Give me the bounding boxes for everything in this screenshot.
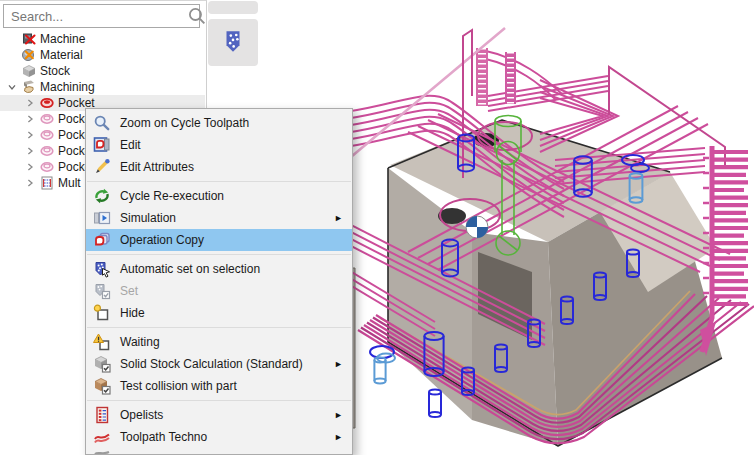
search-box[interactable]: [3, 4, 200, 28]
solid-stock-icon: [89, 355, 115, 373]
pocket-icon: [38, 127, 55, 143]
context-menu: Zoom on Cycle Toolpath Edit Edit Attribu…: [85, 108, 353, 455]
menu-item-set: Set: [86, 280, 352, 302]
chevron-down-icon[interactable]: [4, 81, 20, 93]
set-icon: [89, 282, 115, 300]
menu-item-partial[interactable]: [86, 448, 352, 455]
chevron-right-icon[interactable]: [22, 113, 38, 125]
waiting-icon: [89, 333, 115, 351]
edit-icon: [89, 136, 115, 154]
partial-icon: [89, 450, 115, 455]
menu-item-opelists[interactable]: Opelists ►: [86, 404, 352, 426]
menu-item-automatic-set-on-selection[interactable]: Automatic set on selection: [86, 258, 352, 280]
search-icon: [187, 6, 207, 26]
orientation-ball-icon: [466, 216, 488, 238]
menu-item-hide[interactable]: Hide: [86, 302, 352, 324]
cycle-reexecution-icon: [89, 187, 115, 205]
zoom-icon: [89, 114, 115, 132]
pocket-icon: [38, 159, 55, 175]
submenu-arrow-icon: ►: [334, 214, 343, 223]
chevron-right-icon[interactable]: [22, 177, 38, 189]
menu-item-zoom-on-cycle-toolpath[interactable]: Zoom on Cycle Toolpath: [86, 112, 352, 134]
chevron-right-icon[interactable]: [22, 97, 38, 109]
submenu-arrow-icon: ►: [334, 411, 343, 420]
toolpath-techno-icon: [89, 428, 115, 446]
menu-item-solid-stock-calculation[interactable]: Solid Stock Calculation (Standard) ►: [86, 353, 352, 375]
chevron-right-icon[interactable]: [22, 129, 38, 141]
tree-item-machining[interactable]: Machining: [0, 79, 205, 95]
search-input[interactable]: [4, 9, 187, 24]
tree-item-machine[interactable]: Machine: [0, 31, 205, 47]
material-icon: [20, 47, 37, 63]
menu-item-cycle-reexecution[interactable]: Cycle Re-execution: [86, 185, 352, 207]
menu-item-operation-copy[interactable]: Operation Copy: [86, 229, 352, 251]
machine-icon: [20, 31, 37, 47]
menu-item-toolpath-techno[interactable]: Toolpath Techno ►: [86, 426, 352, 448]
tree-item-material[interactable]: Material: [0, 47, 205, 63]
opelists-icon: [89, 406, 115, 424]
menu-separator: [87, 181, 351, 182]
multi-op-icon: [38, 175, 55, 191]
chevron-right-icon[interactable]: [22, 145, 38, 157]
viewport-3d[interactable]: [345, 0, 754, 455]
set-button[interactable]: [208, 19, 258, 66]
menu-item-edit-attributes[interactable]: Edit Attributes: [86, 156, 352, 178]
tree-item-stock[interactable]: Stock: [0, 63, 205, 79]
stock-icon: [20, 63, 37, 79]
menu-separator: [87, 400, 351, 401]
submenu-arrow-icon: ►: [334, 360, 343, 369]
menu-item-simulation[interactable]: Simulation ►: [86, 207, 352, 229]
menu-separator: [87, 327, 351, 328]
pocket-icon: [38, 143, 55, 159]
blue-shield-dots-icon: [220, 28, 246, 58]
machining-icon: [20, 79, 37, 95]
menu-separator: [87, 254, 351, 255]
toolbar-button-partial[interactable]: [208, 1, 258, 14]
menu-item-edit[interactable]: Edit: [86, 134, 352, 156]
automatic-set-icon: [89, 260, 115, 278]
operation-copy-icon: [89, 231, 115, 249]
menu-item-waiting[interactable]: Waiting: [86, 331, 352, 353]
edit-attributes-icon: [89, 158, 115, 176]
hide-icon: [89, 304, 115, 322]
test-collision-icon: [89, 377, 115, 395]
simulation-icon: [89, 209, 115, 227]
toolpath-vertical-strips: [476, 48, 516, 106]
submenu-arrow-icon: ►: [334, 433, 343, 442]
pocket-red-icon: [38, 95, 55, 111]
pocket-icon: [38, 111, 55, 127]
chevron-right-icon[interactable]: [22, 161, 38, 173]
menu-item-test-collision-with-part[interactable]: Test collision with part: [86, 375, 352, 397]
